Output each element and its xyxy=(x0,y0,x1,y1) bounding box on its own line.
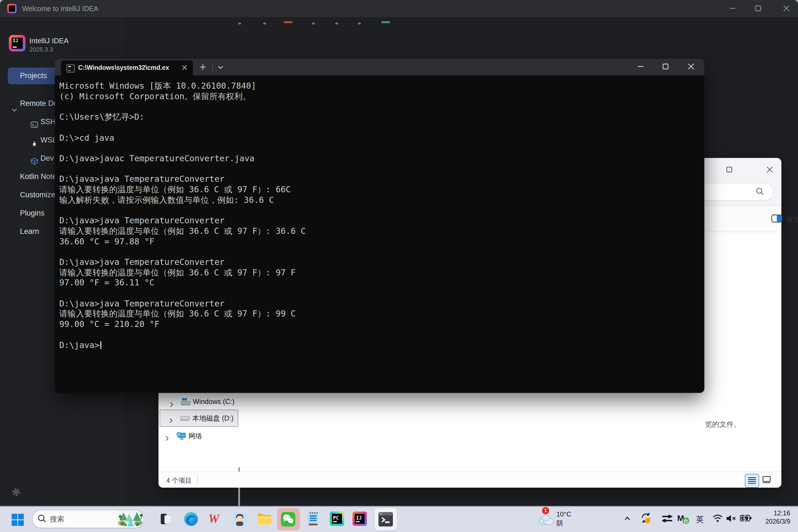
search-highlight-image[interactable] xyxy=(117,510,144,527)
battery-icon[interactable] xyxy=(740,514,752,524)
tray-ime-indicator[interactable]: 英 xyxy=(696,515,704,525)
gear-icon[interactable] xyxy=(11,487,21,497)
app-name: IntelliJ IDEA xyxy=(30,37,69,45)
large-icons-view-button[interactable] xyxy=(760,474,774,487)
svg-text:PC: PC xyxy=(333,515,339,521)
terminal-window: C:\Windows\system32\cmd.ex Microsoft Win… xyxy=(55,59,704,393)
window-title: Welcome to IntelliJ IDEA xyxy=(22,5,98,13)
maximize-button[interactable] xyxy=(657,60,674,73)
search-icon xyxy=(756,187,764,196)
app-version: 2025.3.3 xyxy=(30,46,53,53)
tray-cleaner-icon[interactable]: M xyxy=(677,513,689,525)
minimize-button[interactable] xyxy=(632,60,649,73)
preview-pane-icon xyxy=(772,214,782,223)
weather-widget[interactable]: 1 10°C 阴 xyxy=(535,507,596,532)
tree-item-local-disk-d[interactable]: 本地磁盘 (D:) xyxy=(159,410,238,427)
wifi-icon[interactable] xyxy=(712,514,723,525)
cube-icon xyxy=(31,155,38,163)
tree-item-windows-c[interactable]: Windows (C:) xyxy=(159,394,237,410)
cloud-icon xyxy=(537,513,554,525)
search-icon xyxy=(38,514,46,523)
wechat-icon[interactable] xyxy=(281,512,296,527)
ssh-terminal-icon xyxy=(31,118,38,126)
edge-icon[interactable] xyxy=(184,512,198,526)
notepad-icon[interactable] xyxy=(306,512,321,526)
search-placeholder: 搜索 xyxy=(50,514,64,524)
tray-sync-icon[interactable] xyxy=(640,512,652,528)
pycharm-icon[interactable]: PC xyxy=(330,512,344,526)
start-button[interactable] xyxy=(12,514,24,526)
wps-office-icon[interactable]: W xyxy=(208,512,223,526)
wechat-active-indicator xyxy=(284,21,292,23)
notification-badge: 1 xyxy=(542,507,549,514)
terminal-tab-title: C:\Windows\system32\cmd.ex xyxy=(78,64,169,71)
close-button[interactable] xyxy=(778,2,795,14)
intellij-titlebar[interactable]: Welcome to IntelliJ IDEA xyxy=(0,0,798,17)
weather-temperature: 10°C xyxy=(556,510,571,518)
new-tab-button[interactable] xyxy=(198,62,208,72)
windows-terminal-icon[interactable] xyxy=(379,512,393,527)
running-indicator xyxy=(263,23,266,24)
tree-item-network[interactable]: 网络 xyxy=(159,428,237,443)
chevron-right-icon xyxy=(165,433,169,443)
drive-c-icon xyxy=(180,398,191,408)
phone-link-icon[interactable] xyxy=(159,512,173,527)
running-indicator xyxy=(358,23,361,24)
intellij-idea-icon[interactable]: IJ xyxy=(353,512,367,526)
minimize-button[interactable] xyxy=(724,2,741,14)
penguin-icon xyxy=(31,136,38,144)
chevron-right-icon xyxy=(169,416,173,425)
tab-close-icon[interactable] xyxy=(180,64,188,72)
terminal-tab[interactable]: C:\Windows\system32\cmd.ex xyxy=(61,60,193,75)
running-indicator xyxy=(238,23,241,24)
terminal-output[interactable]: Microsoft Windows [版本 10.0.26100.7840] (… xyxy=(59,81,306,350)
chevron-right-icon xyxy=(170,400,173,410)
taskbar-search-input[interactable]: 搜索 xyxy=(32,510,144,528)
taskbar-clock[interactable]: 12:16 2026/3/9 xyxy=(765,509,790,525)
cmd-icon xyxy=(66,64,75,73)
file-explorer-icon[interactable] xyxy=(257,512,271,527)
preview-hint-text: 览的文件。 xyxy=(705,419,741,430)
running-indicator xyxy=(335,23,338,24)
terminal-active-indicator xyxy=(381,21,390,23)
details-view-button[interactable] xyxy=(745,474,759,488)
running-indicator xyxy=(312,23,315,24)
divider xyxy=(197,475,198,484)
avatar-icon[interactable] xyxy=(233,512,247,527)
tray-chevron-up-icon[interactable] xyxy=(623,514,632,525)
svg-text:IJ: IJ xyxy=(356,515,362,521)
intellij-logo: IJ xyxy=(9,35,25,52)
weather-condition: 阴 xyxy=(556,519,563,528)
volume-muted-icon[interactable] xyxy=(726,514,737,525)
tray-sliders-icon[interactable] xyxy=(662,514,673,525)
close-icon[interactable] xyxy=(761,164,778,176)
maximize-button[interactable] xyxy=(721,164,738,176)
drive-d-icon xyxy=(180,414,190,424)
terminal-titlebar[interactable]: C:\Windows\system32\cmd.ex xyxy=(55,59,704,75)
time: 12:16 xyxy=(765,509,790,517)
network-icon xyxy=(176,432,186,443)
item-count: 4 个项目 xyxy=(166,476,192,486)
date: 2026/3/9 xyxy=(765,518,790,525)
desktop: Welcome to IntelliJ IDEA IJ IntelliJ IDE… xyxy=(0,0,798,532)
maximize-button[interactable] xyxy=(750,2,766,14)
intellij-logo-icon xyxy=(7,4,17,13)
tab-dropdown-button[interactable] xyxy=(215,62,226,72)
explorer-statusbar: 4 个项目 xyxy=(158,472,781,488)
close-button[interactable] xyxy=(683,60,699,73)
divider xyxy=(212,63,213,71)
